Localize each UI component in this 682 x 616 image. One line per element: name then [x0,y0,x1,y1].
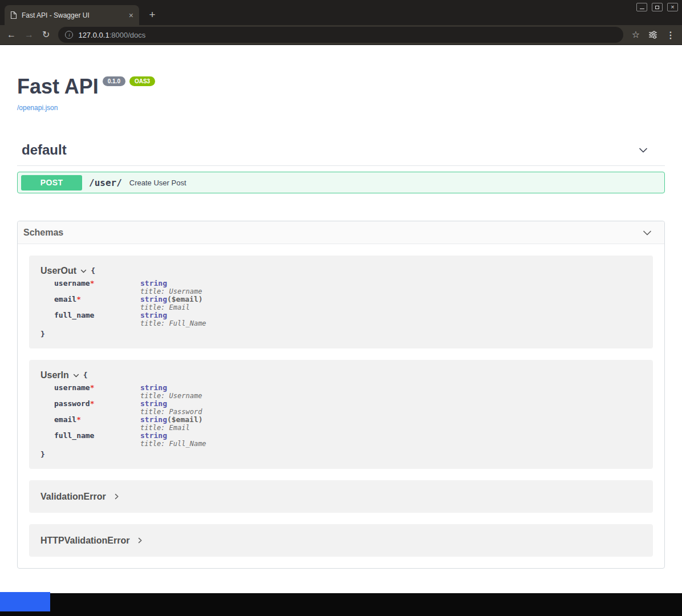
property-name: username* [54,384,140,392]
property-name-text: username [54,383,90,392]
api-title: Fast API [17,75,99,98]
property-title: title: Email [140,303,203,311]
property-row: full_name string title: Full_Name [54,311,642,327]
page-favicon-icon [10,11,17,19]
url-text: 127.0.0.1:8000/docs [78,31,145,39]
property-type: string [140,399,167,408]
property-type-line: string [140,432,206,440]
operation-summary: Create User Post [129,179,186,187]
property-definition: string title: Username [140,384,202,400]
swagger-page: Fast API0.1.0OAS3 /openapi.json default … [0,45,682,593]
open-brace: { [83,371,88,379]
schemas-header[interactable]: Schemas [18,221,664,244]
property-name-text: email [54,415,76,424]
model-userout-toggle[interactable]: UserOut { [40,266,642,276]
property-name-text: username [54,279,90,287]
chevron-down-icon[interactable] [72,372,80,379]
property-type: string [140,295,167,303]
property-type: string [140,431,167,440]
address-bar[interactable]: i 127.0.0.1:8000/docs [58,27,623,43]
property-definition: string($email) title: Email [140,416,203,432]
browser-toolbar: ← → ↻ i 127.0.0.1:8000/docs ☆ ⋮ [0,25,682,45]
window-close-button[interactable]: × [667,3,678,11]
property-name: full_name [54,432,140,440]
model-name: UserIn [40,370,69,380]
property-definition: string title: Password [140,400,202,416]
property-row: username* string title: Username [54,279,642,295]
opblock-post-user[interactable]: POST /user/ Create User Post [17,172,665,193]
tag-section-default: default POST /user/ Create User Post [17,142,665,193]
browser-tab[interactable]: Fast API - Swagger UI × [5,5,139,25]
property-format: ($email) [167,295,203,303]
close-brace: } [40,330,642,338]
version-badge: 0.1.0 [103,76,125,86]
tune-icon[interactable] [648,30,657,39]
property-row: email* string($email) title: Email [54,416,642,432]
schemas-title: Schemas [23,228,63,238]
property-title: title: Password [140,408,202,416]
model-httpvalidationerror[interactable]: HTTPValidationError [29,524,653,557]
browser-menu-button[interactable]: ⋮ [666,30,675,40]
model-name: HTTPValidationError [40,536,129,546]
minimize-icon [640,9,644,9]
oas3-badge: OAS3 [129,76,155,86]
bottom-blue-rectangle [0,592,50,611]
property-title: title: Username [140,287,202,295]
window-controls: × [636,3,678,11]
chevron-down-icon[interactable] [80,268,87,275]
property-type-line: string($email) [140,416,203,424]
operation-path: /user/ [89,177,122,188]
maximize-icon [655,6,659,9]
property-definition: string title: Full_Name [140,311,206,327]
property-name-text: email [54,295,76,303]
property-title: title: Full_Name [140,440,206,448]
window-minimize-button[interactable] [636,3,647,11]
property-title: title: Full_Name [140,319,206,327]
required-star: * [76,295,81,303]
property-name-text: password [54,399,90,408]
openapi-link[interactable]: /openapi.json [17,104,58,112]
back-button[interactable]: ← [7,30,16,39]
property-name-text: full_name [54,431,94,440]
model-userin-toggle[interactable]: UserIn { [40,370,642,380]
property-name: full_name [54,311,140,319]
schemas-body: UserOut { username* string title: Userna… [18,244,664,568]
api-info: Fast API0.1.0OAS3 /openapi.json [0,45,682,112]
property-type-line: string [140,384,202,392]
bookmark-star-icon[interactable]: ☆ [632,30,640,39]
property-title: title: Email [140,424,203,432]
tag-default-header[interactable]: default [17,142,665,166]
tag-title: default [22,142,67,158]
model-name: ValidationError [40,492,106,502]
browser-window: Fast API - Swagger UI × + × ← → ↻ i 127.… [0,0,682,616]
new-tab-button[interactable]: + [145,7,160,22]
reload-button[interactable]: ↻ [42,30,50,39]
property-type-line: string [140,400,202,408]
model-userout: UserOut { username* string title: Userna… [29,256,653,348]
chevron-down-icon[interactable] [642,227,653,238]
property-name: email* [54,295,140,303]
model-validationerror[interactable]: ValidationError [29,480,653,513]
window-maximize-button[interactable] [652,3,663,11]
url-host: 127.0.0.1 [78,31,109,39]
method-badge: POST [21,175,82,191]
property-row: full_name string title: Full_Name [54,432,642,448]
property-title: title: Username [140,392,202,400]
property-type-line: string($email) [140,295,203,303]
tab-close-icon[interactable]: × [129,11,133,19]
close-brace: } [40,451,642,459]
property-format: ($email) [167,415,203,424]
chevron-down-icon[interactable] [638,144,649,156]
api-title-row: Fast API0.1.0OAS3 [17,75,665,99]
property-definition: string title: Full_Name [140,432,206,448]
required-star: * [90,279,95,287]
forward-button[interactable]: → [25,30,34,39]
property-type-line: string [140,279,202,287]
open-brace: { [91,267,95,275]
tab-title: Fast API - Swagger UI [22,11,124,19]
chevron-right-icon [113,493,120,500]
property-name: username* [54,279,140,287]
property-name: password* [54,400,140,408]
site-info-icon[interactable]: i [65,31,73,39]
property-type: string [140,383,167,392]
